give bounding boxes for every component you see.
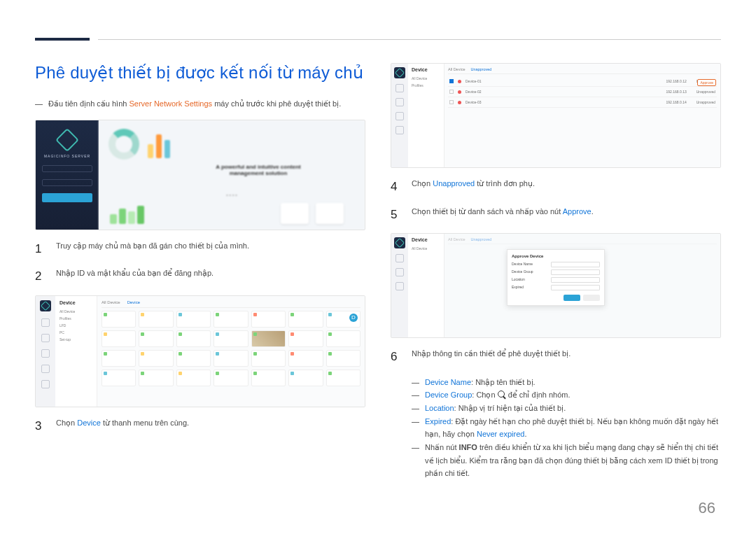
unapproved-main: All Device Unapproved Approve Device-011…: [444, 64, 720, 167]
rail-icon[interactable]: [396, 254, 404, 262]
device-name-input[interactable]: [551, 262, 600, 267]
device-tile[interactable]: [214, 370, 248, 386]
app-rail: [36, 296, 55, 407]
dashboard-caption: A powerful and intuitive contentmanageme…: [162, 164, 355, 176]
device-tile[interactable]: [102, 311, 136, 328]
step-text: Chọn Device từ thanh menu trên cùng.: [56, 417, 365, 435]
left-column: Phê duyệt thiết bị được kết nối từ máy c…: [35, 63, 365, 480]
step-number: 5: [391, 206, 403, 224]
approve-button[interactable]: Approve: [697, 79, 716, 86]
device-tile[interactable]: [176, 350, 211, 367]
dialog-ok-button[interactable]: [564, 295, 580, 301]
device-tile[interactable]: [214, 311, 248, 328]
device-group-input[interactable]: [551, 269, 600, 275]
row-checkbox[interactable]: [449, 100, 454, 104]
device-tile[interactable]: [288, 330, 323, 347]
device-tile[interactable]: [288, 370, 323, 386]
tab-all-device[interactable]: All Device: [448, 67, 465, 71]
unapproved-tabs: All Device Unapproved: [448, 67, 717, 74]
approve-link: Approve: [563, 207, 592, 216]
device-tile[interactable]: [139, 350, 173, 367]
device-tile[interactable]: [176, 370, 211, 386]
dialog-cancel-button[interactable]: [583, 295, 600, 301]
bullet-device-name: ― Device Name: Nhập tên thiết bị.: [412, 376, 721, 389]
device-tile[interactable]: [214, 350, 248, 367]
logo-label: MAGICINFO SERVER: [44, 154, 90, 158]
sidebar-item[interactable]: All Device: [59, 309, 92, 314]
device-tile[interactable]: [326, 370, 360, 386]
rail-icon[interactable]: [41, 318, 50, 327]
expired-input[interactable]: [551, 285, 600, 290]
row-checkbox[interactable]: [449, 90, 454, 94]
intro-note-text: Đầu tiên định cấu hình Server Network Se…: [48, 98, 341, 110]
login-sidebar: MAGICINFO SERVER: [36, 120, 99, 230]
device-tile[interactable]: [176, 311, 211, 328]
location-input[interactable]: [551, 277, 600, 283]
sidebar-title: Device: [412, 67, 440, 72]
bullet-expired: ― Expired: Đặt ngày hết hạn cho phê duyệ…: [412, 415, 721, 441]
device-tile[interactable]: [326, 350, 360, 367]
row-checkbox[interactable]: [449, 79, 454, 83]
sidebar-item[interactable]: PC: [59, 330, 92, 335]
dialog-title: Approve Device: [512, 254, 600, 258]
device-tile[interactable]: [288, 311, 323, 328]
intro-note: ― Đầu tiên định cấu hình Server Network …: [35, 98, 365, 110]
device-tile[interactable]: [102, 370, 136, 386]
donut-chart-icon: [108, 129, 139, 160]
device-sidebar: Device All Device Profiles LFD PC Set-to…: [55, 296, 97, 407]
sidebar-item[interactable]: All Device: [412, 246, 440, 251]
rail-icon[interactable]: [41, 349, 50, 358]
device-tile[interactable]: [214, 330, 248, 347]
rail-icon[interactable]: [41, 365, 50, 373]
sidebar-item[interactable]: Profiles: [59, 316, 92, 321]
step-2: 2 Nhập ID và mật khẩu của bạn để đăng nh…: [35, 267, 365, 286]
device-tile[interactable]: [139, 311, 173, 328]
header-accent-bar: [35, 38, 90, 41]
login-user-input[interactable]: [42, 165, 92, 172]
device-tile[interactable]: [102, 350, 136, 367]
step-3: 3 Chọn Device từ thanh menu trên cùng.: [35, 417, 365, 435]
rail-icon[interactable]: [396, 268, 404, 276]
rail-icon[interactable]: [396, 112, 404, 120]
device-tile-photo[interactable]: [251, 330, 286, 347]
carousel-dots: • • • •: [99, 192, 365, 197]
login-submit-button[interactable]: [42, 193, 92, 202]
device-sidebar: Device All Device Profiles: [408, 64, 444, 167]
device-tile[interactable]: [251, 370, 286, 386]
table-row[interactable]: Device-01192.168.0.12Unapproved: [448, 76, 717, 87]
sidebar-title: Device: [412, 237, 440, 242]
magicinfo-logo-icon: [55, 128, 79, 152]
tab-unapproved[interactable]: Unapproved: [470, 67, 491, 71]
rail-icon[interactable]: [396, 84, 404, 92]
mini-bar-chart-icon: [110, 203, 144, 224]
device-tile-badge[interactable]: [326, 311, 360, 328]
rail-icon[interactable]: [396, 98, 404, 106]
device-tile[interactable]: [251, 350, 286, 367]
magnifier-icon: [498, 391, 506, 399]
step-6: 6 Nhập thông tin cần thiết để phê duyệt …: [391, 348, 721, 366]
device-tile[interactable]: [251, 311, 286, 328]
login-password-input[interactable]: [42, 179, 92, 186]
table-row[interactable]: Device-02192.168.0.13Unapproved: [448, 87, 717, 97]
sidebar-item[interactable]: All Device: [412, 76, 440, 80]
sidebar-item[interactable]: LFD: [59, 323, 92, 328]
device-tile[interactable]: [288, 350, 323, 367]
rail-icon[interactable]: [41, 334, 50, 342]
screenshot-unapproved-list: Device All Device Profiles All Device Un…: [391, 63, 721, 168]
step-text: Chọn thiết bị từ danh sách và nhấp vào n…: [412, 206, 721, 224]
table-row[interactable]: Device-03192.168.0.14Unapproved: [448, 97, 717, 108]
sidebar-item[interactable]: Set-top: [59, 337, 92, 342]
status-dot-icon: [458, 101, 461, 104]
device-tile[interactable]: [139, 330, 173, 347]
rail-icon[interactable]: [41, 380, 50, 388]
sidebar-item[interactable]: Profiles: [412, 83, 440, 87]
rail-icon[interactable]: [396, 126, 404, 134]
tab-device[interactable]: Device: [127, 300, 140, 304]
device-tile[interactable]: [139, 370, 173, 386]
tab-all-device[interactable]: All Device: [102, 300, 120, 304]
device-tile[interactable]: [326, 330, 360, 347]
device-tile[interactable]: [176, 330, 211, 347]
rail-icon[interactable]: [396, 282, 404, 290]
device-tile[interactable]: [102, 330, 136, 347]
screenshot-approve-dialog: Device All Device All DeviceUnapproved A…: [391, 233, 721, 338]
